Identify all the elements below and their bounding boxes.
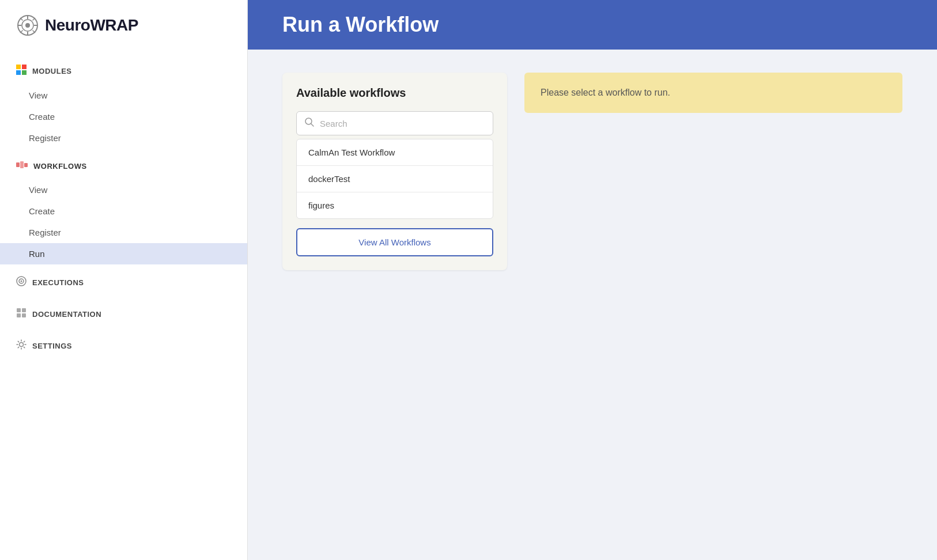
sidebar-item-workflows-run[interactable]: Run — [0, 243, 247, 264]
svg-point-20 — [21, 281, 22, 282]
workflows-label: WORKFLOWS — [33, 162, 87, 171]
modules-section: MODULES View Create Register — [0, 58, 247, 149]
sidebar-item-workflows-register[interactable]: Register — [0, 222, 247, 243]
svg-rect-13 — [16, 70, 21, 75]
svg-rect-11 — [16, 65, 21, 69]
main-content: Run a Workflow Available workflows CalmA… — [248, 0, 937, 560]
settings-icon — [16, 339, 27, 353]
executions-icon — [16, 276, 27, 289]
documentation-section: DOCUMENTATION — [0, 301, 247, 328]
page-header: Run a Workflow — [248, 0, 937, 50]
list-item[interactable]: figures — [297, 192, 493, 218]
sidebar-nav: MODULES View Create Register WORKFLOWS V… — [0, 51, 247, 560]
workflow-card-title: Available workflows — [296, 86, 493, 100]
logo: NeuroWRAP — [0, 0, 247, 51]
svg-rect-24 — [22, 313, 26, 317]
svg-rect-23 — [17, 313, 21, 317]
notice-box: Please select a workflow to run. — [524, 73, 902, 113]
sidebar-item-workflows-view[interactable]: View — [0, 179, 247, 200]
modules-label: MODULES — [32, 67, 72, 75]
documentation-icon — [16, 308, 27, 321]
sidebar: NeuroWRAP MODULES View Create Register — [0, 0, 248, 560]
sidebar-item-modules-view[interactable]: View — [0, 85, 247, 106]
svg-rect-22 — [22, 308, 26, 312]
modules-icon — [16, 65, 27, 78]
sidebar-item-modules-create[interactable]: Create — [0, 106, 247, 127]
settings-section: SETTINGS — [0, 332, 247, 360]
search-icon — [305, 118, 314, 129]
executions-label: EXECUTIONS — [32, 278, 84, 287]
search-box — [296, 111, 493, 135]
svg-rect-15 — [16, 162, 20, 167]
workflow-card: Available workflows CalmAn Test Workflow… — [282, 73, 507, 270]
svg-rect-17 — [24, 163, 28, 167]
logo-icon — [16, 14, 39, 37]
sidebar-item-documentation[interactable]: DOCUMENTATION — [0, 301, 247, 328]
sidebar-item-executions[interactable]: EXECUTIONS — [0, 269, 247, 296]
workflows-icon — [16, 160, 28, 172]
svg-line-26 — [311, 124, 314, 127]
svg-point-2 — [25, 23, 30, 28]
sidebar-item-modules-register[interactable]: Register — [0, 127, 247, 149]
svg-rect-16 — [20, 161, 24, 168]
sidebar-item-settings[interactable]: SETTINGS — [0, 332, 247, 360]
sidebar-item-workflows-create[interactable]: Create — [0, 200, 247, 222]
list-item[interactable]: dockerTest — [297, 166, 493, 192]
page-title: Run a Workflow — [282, 13, 902, 37]
sidebar-item-workflows[interactable]: WORKFLOWS — [0, 153, 247, 179]
page-body: Available workflows CalmAn Test Workflow… — [248, 50, 937, 560]
documentation-label: DOCUMENTATION — [32, 310, 101, 319]
svg-rect-21 — [17, 308, 21, 312]
workflow-list: CalmAn Test Workflow dockerTest figures — [296, 139, 493, 219]
svg-rect-12 — [22, 65, 27, 69]
settings-label: SETTINGS — [32, 342, 72, 350]
sidebar-item-modules[interactable]: MODULES — [0, 58, 247, 85]
svg-rect-14 — [22, 70, 27, 75]
view-all-workflows-button[interactable]: View All Workflows — [296, 228, 493, 256]
executions-section: EXECUTIONS — [0, 269, 247, 296]
search-input[interactable] — [320, 119, 485, 128]
logo-text: NeuroWRAP — [45, 16, 138, 35]
list-item[interactable]: CalmAn Test Workflow — [297, 139, 493, 166]
workflows-section: WORKFLOWS View Create Register Run — [0, 153, 247, 264]
notice-text: Please select a workflow to run. — [541, 88, 670, 98]
